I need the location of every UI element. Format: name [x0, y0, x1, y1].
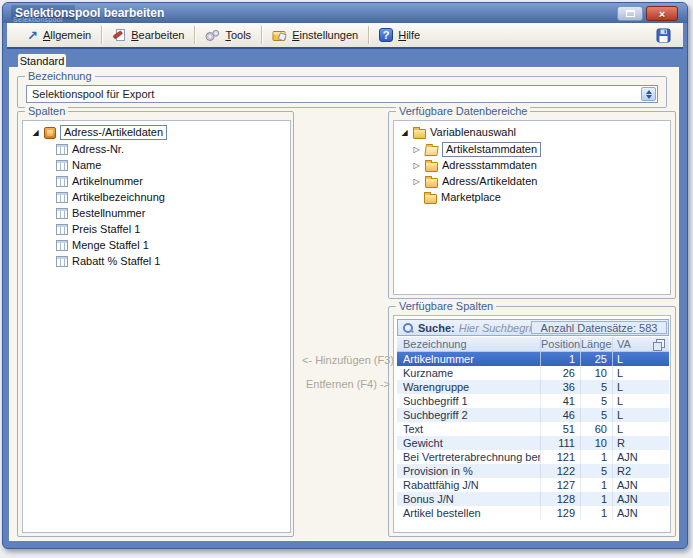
menu-tools-label: Tools — [225, 29, 251, 41]
tree-item-column[interactable]: Preis Staffel 1 — [56, 222, 140, 237]
folder-icon — [424, 194, 437, 204]
tree-root-label: Adress-/Artikeldaten — [60, 125, 167, 140]
menu-tools[interactable]: Tools — [195, 25, 261, 45]
table-row[interactable]: Rabattfähig J/N 127 1 AJN — [397, 478, 669, 492]
expand-icon[interactable]: ◢ — [31, 128, 40, 137]
tree-item-column[interactable]: Bestellnummer — [56, 206, 145, 221]
spin-down-icon — [646, 95, 652, 99]
table-row[interactable]: Kurzname 26 10 L — [397, 366, 669, 380]
tree-item-column[interactable]: Name — [56, 158, 101, 173]
main-toolbar: ↗ Allgemein Bearbeiten Tools Einstellung… — [7, 23, 683, 49]
tree-item-column[interactable]: Rabatt % Staffel 1 — [56, 254, 160, 269]
folder-icon — [425, 162, 438, 172]
spalten-tree: ◢ Adress-/Artikeldaten Adress-Nr. Name — [22, 120, 291, 533]
datenbereiche-tree: ◢ Variablenauswahl ▷ Artikelstammdaten ▷… — [393, 120, 671, 295]
settings-folder-icon — [272, 29, 287, 42]
group-verfuegbare-spalten-label: Verfügbare Spalten — [396, 300, 496, 312]
group-datenbereiche-label: Verfügbare Datenbereiche — [396, 105, 530, 117]
table-header: Bezeichnung Position Länge VA — [397, 337, 669, 352]
group-spalten: Spalten ◢ Adress-/Artikeldaten Adress-Nr… — [17, 111, 294, 537]
tree-item-datenbereich[interactable]: ▷ Artikelstammdaten — [412, 142, 541, 157]
table-row[interactable]: Artikelnummer 1 25 L — [397, 352, 669, 366]
record-count: Anzahl Datensätze: 583 — [531, 321, 667, 334]
tree-item-datenbereich[interactable]: ▷ Adressstammdaten — [412, 158, 537, 173]
content-panel: Bezeichnung Selektionspool für Export Sp… — [9, 67, 679, 541]
folder-icon — [413, 129, 426, 139]
menu-hilfe-label: Hilfe — [398, 29, 420, 41]
group-datenbereiche: Verfügbare Datenbereiche ◢ Variablenausw… — [388, 111, 676, 299]
tree-item-column[interactable]: Artikelbezeichnung — [56, 190, 165, 205]
header-bezeichnung[interactable]: Bezeichnung — [397, 337, 540, 351]
header-laenge[interactable]: Länge — [580, 337, 612, 351]
column-grid-icon — [56, 192, 68, 203]
restore-button[interactable] — [617, 6, 643, 21]
tab-standard[interactable]: Standard — [17, 53, 67, 68]
menu-einstellungen-label: Einstellungen — [292, 29, 358, 41]
table-row[interactable]: Provision in % 122 5 R2 — [397, 464, 669, 478]
group-verfuegbare-spalten: Verfügbare Spalten Suche: Anzahl Datensä… — [388, 306, 676, 537]
column-grid-icon — [56, 144, 68, 155]
menu-hilfe[interactable]: ? Hilfe — [369, 25, 430, 45]
column-grid-icon — [56, 160, 68, 171]
column-grid-icon — [56, 224, 68, 235]
tree-item-datenbereich[interactable]: ▷ Adress/Artikeldaten — [412, 174, 537, 189]
group-bezeichnung: Bezeichnung Selektionspool für Export — [17, 76, 667, 108]
table-row[interactable]: Warengruppe 36 5 L — [397, 380, 669, 394]
restore-icon — [626, 10, 635, 17]
menu-allgemein-label: Allgemein — [43, 29, 91, 41]
title-ghost-artifact: Selektionspool — [13, 16, 63, 23]
edit-tool-icon — [112, 28, 126, 42]
menu-einstellungen[interactable]: Einstellungen — [262, 25, 368, 45]
collapse-icon[interactable]: ▷ — [412, 145, 421, 154]
menu-bearbeiten-label: Bearbeiten — [131, 29, 184, 41]
group-bezeichnung-label: Bezeichnung — [25, 70, 95, 82]
search-bar: Suche: Anzahl Datensätze: 583 — [397, 319, 669, 336]
close-button[interactable]: × — [646, 6, 678, 21]
tree-item-column[interactable]: Menge Staffel 1 — [56, 238, 149, 253]
table-row[interactable]: Suchbegriff 1 41 5 L — [397, 394, 669, 408]
combobox-spinner-button[interactable] — [641, 87, 656, 101]
collapse-icon[interactable]: ▷ — [412, 177, 421, 186]
spin-up-icon — [646, 90, 652, 94]
expand-icon[interactable]: ◢ — [400, 128, 409, 137]
arrow-ne-icon: ↗ — [27, 29, 38, 42]
add-action-label[interactable]: <- Hinzufügen (F3) — [300, 354, 396, 366]
save-icon — [656, 28, 671, 43]
column-grid-icon — [56, 208, 68, 219]
table-row[interactable]: Bei Vertreterabrechnung berücksichtigen … — [397, 450, 669, 464]
table-row[interactable]: Gewicht 111 10 R — [397, 436, 669, 450]
table-row[interactable]: Suchbegriff 2 46 5 L — [397, 408, 669, 422]
header-position[interactable]: Position — [540, 337, 580, 351]
gears-icon — [205, 29, 220, 42]
tree-item-column[interactable]: Adress-Nr. — [56, 142, 124, 157]
column-grid-icon — [56, 256, 68, 267]
folder-icon — [425, 178, 438, 188]
help-icon: ? — [379, 28, 393, 42]
spalten-table-panel: Suche: Anzahl Datensätze: 583 Bezeichnun… — [393, 315, 671, 533]
tree-item-column[interactable]: Artikelnummer — [56, 174, 143, 189]
open-folder-icon — [424, 146, 438, 156]
tree-root-variablenauswahl[interactable]: ◢ Variablenauswahl — [400, 125, 516, 140]
menu-bearbeiten[interactable]: Bearbeiten — [102, 25, 194, 45]
dataset-icon — [44, 127, 56, 139]
remove-action-label[interactable]: Entfernen (F4) -> — [300, 378, 396, 390]
tree-root-adress-artikeldaten[interactable]: ◢ Adress-/Artikeldaten — [31, 125, 167, 140]
save-button[interactable] — [644, 28, 683, 43]
column-chooser-icon[interactable] — [653, 339, 665, 351]
table-row[interactable]: Text 51 60 L — [397, 422, 669, 436]
group-spalten-label: Spalten — [25, 105, 68, 117]
column-grid-icon — [56, 176, 68, 187]
table-row[interactable]: Artikel bestellen 129 1 AJN — [397, 506, 669, 520]
tree-item-datenbereich[interactable]: Marketplace — [424, 190, 501, 205]
bezeichnung-combobox[interactable]: Selektionspool für Export — [26, 85, 658, 103]
menu-allgemein[interactable]: ↗ Allgemein — [17, 25, 101, 45]
search-label: Suche: — [418, 322, 455, 334]
dialog-window: Selektionspool bearbeiten Selektionspool… — [2, 2, 688, 549]
table-row[interactable]: Bonus J/N 128 1 AJN — [397, 492, 669, 506]
search-icon — [402, 322, 414, 334]
collapse-icon[interactable]: ▷ — [412, 161, 421, 170]
close-icon: × — [659, 8, 665, 20]
column-grid-icon — [56, 240, 68, 251]
title-bar[interactable]: Selektionspool bearbeiten Selektionspool… — [3, 3, 687, 23]
combobox-value: Selektionspool für Export — [32, 88, 154, 100]
